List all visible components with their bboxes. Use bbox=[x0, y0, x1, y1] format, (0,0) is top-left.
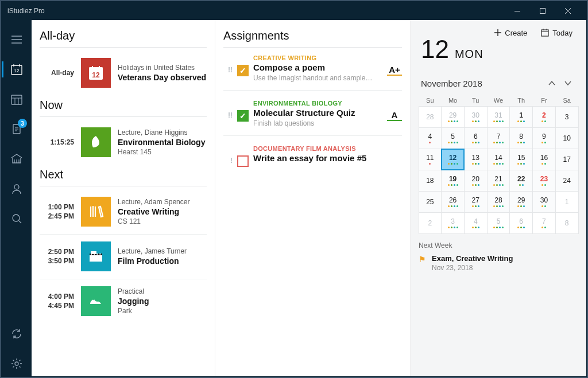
create-button[interactable]: Create bbox=[494, 29, 527, 37]
calendar-day[interactable]: 21 bbox=[487, 170, 510, 192]
today-button[interactable]: Today bbox=[541, 29, 572, 37]
assignment-desc: Finish lab questions bbox=[253, 119, 382, 127]
event-time-label: All-day bbox=[40, 68, 74, 77]
assignment-checkbox[interactable]: ✓ bbox=[237, 65, 249, 76]
calendar-day[interactable]: 12 bbox=[441, 149, 465, 170]
calendar-day[interactable]: 31 bbox=[487, 106, 510, 128]
calendar-day[interactable]: 29 bbox=[509, 191, 533, 213]
calendar-day[interactable]: 8 bbox=[555, 212, 579, 234]
calendar-day[interactable]: 13 bbox=[464, 149, 488, 170]
nav-settings[interactable] bbox=[2, 351, 32, 376]
calendar-day[interactable]: 11 bbox=[419, 149, 442, 170]
close-button[interactable] bbox=[555, 2, 581, 20]
calendar-day[interactable]: 30 bbox=[532, 191, 556, 213]
calendar-day[interactable]: 5 bbox=[487, 212, 510, 234]
calendar-day[interactable]: 18 bbox=[419, 170, 442, 192]
event-location: CS 121 bbox=[118, 217, 207, 225]
maximize-button[interactable] bbox=[530, 2, 555, 20]
svg-rect-11 bbox=[89, 67, 103, 71]
calendar-day[interactable]: 16 bbox=[532, 149, 556, 170]
next-week-item[interactable]: ⚑ Exam, Creative Writing Nov 23, 2018 bbox=[419, 254, 578, 272]
calendar-day[interactable]: 25 bbox=[419, 191, 442, 213]
calendar-day[interactable]: 2 bbox=[532, 106, 556, 128]
calendar-day[interactable]: 29 bbox=[441, 106, 465, 128]
nav-instructors[interactable] bbox=[2, 176, 32, 201]
event-subtitle: Lecture, James Turner bbox=[118, 247, 207, 255]
calendar-day[interactable]: 8 bbox=[509, 127, 533, 149]
nav-sidebar: 12 3 bbox=[2, 20, 32, 376]
calendar-day[interactable]: 26 bbox=[441, 191, 465, 213]
nav-sync[interactable] bbox=[2, 321, 32, 346]
calendar-day[interactable]: 4 bbox=[464, 212, 488, 234]
calendar-day[interactable]: 7 bbox=[532, 212, 556, 234]
weekday-label: Th bbox=[510, 97, 533, 104]
assignment-item[interactable]: !DOCUMENTARY FILM ANALYSISWrite an essay… bbox=[223, 143, 402, 175]
svg-text:12: 12 bbox=[14, 68, 20, 73]
calendar-day[interactable]: 7 bbox=[487, 127, 510, 149]
next-heading: Next bbox=[40, 168, 207, 181]
nav-assignments[interactable]: 3 bbox=[2, 116, 32, 142]
calendar-day[interactable]: 28 bbox=[419, 106, 442, 128]
calendar-day[interactable]: 22 bbox=[509, 170, 533, 192]
event-icon bbox=[81, 241, 111, 271]
assignment-checkbox[interactable]: ✓ bbox=[237, 110, 249, 122]
prev-month-button[interactable] bbox=[544, 76, 560, 90]
next-month-button[interactable] bbox=[560, 76, 576, 90]
next-event[interactable]: 1:00 PM2:45 PMLecture, Adam SpencerCreat… bbox=[40, 191, 207, 233]
svg-rect-0 bbox=[514, 11, 520, 11]
calendar-day[interactable]: 24 bbox=[555, 170, 579, 192]
assignment-item[interactable]: !!✓CREATIVE WRITINGCompose a poemUse the… bbox=[223, 52, 402, 91]
minimize-button[interactable] bbox=[505, 2, 530, 20]
calendar-day[interactable]: 14 bbox=[487, 149, 510, 170]
now-event[interactable]: 1:15:25 Lecture, Diane Higgins Environme… bbox=[40, 122, 207, 163]
svg-rect-4 bbox=[11, 95, 22, 104]
calendar-day[interactable]: 19 bbox=[441, 170, 465, 192]
assignment-course: DOCUMENTARY FILM ANALYSIS bbox=[253, 145, 402, 152]
nav-planner[interactable] bbox=[2, 146, 32, 172]
calendar-day[interactable]: 1 bbox=[555, 191, 579, 213]
assignment-item[interactable]: !!✓ENVIRONMENTAL BIOLOGYMolecular Struct… bbox=[223, 98, 402, 136]
calendar-grid: 2829303112345678910111213141516171819202… bbox=[419, 106, 578, 233]
event-location: Park bbox=[118, 307, 207, 315]
assignment-course: ENVIRONMENTAL BIOLOGY bbox=[253, 100, 382, 107]
allday-event[interactable]: All-day 12 Holidays in United States Vet… bbox=[40, 52, 207, 94]
calendar-day[interactable]: 6 bbox=[464, 127, 488, 149]
next-event[interactable]: 4:00 PM4:45 PMPracticalJoggingPark bbox=[40, 280, 207, 322]
svg-rect-9 bbox=[541, 30, 548, 36]
svg-point-8 bbox=[15, 362, 18, 365]
event-subtitle: Lecture, Diane Higgins bbox=[118, 128, 207, 137]
next-week-section: Next Week ⚑ Exam, Creative Writing Nov 2… bbox=[419, 241, 578, 272]
assignment-title: Write an essay for movie #5 bbox=[253, 153, 402, 163]
calendar-day[interactable]: 4 bbox=[419, 127, 442, 149]
calendar-day[interactable]: 15 bbox=[509, 149, 533, 170]
hamburger-menu[interactable] bbox=[2, 27, 32, 52]
calendar-day[interactable]: 23 bbox=[532, 170, 556, 192]
assignments-heading: Assignments bbox=[223, 29, 402, 42]
calendar-day[interactable]: 10 bbox=[555, 127, 579, 149]
calendar-day[interactable]: 9 bbox=[532, 127, 556, 149]
flag-icon: ⚑ bbox=[419, 254, 426, 264]
calendar-day[interactable]: 3 bbox=[555, 106, 579, 128]
calendar-day[interactable]: 1 bbox=[509, 106, 533, 128]
weekday-label: Tu bbox=[464, 97, 487, 104]
calendar-day[interactable]: 5 bbox=[441, 127, 465, 149]
nav-calendar[interactable] bbox=[2, 87, 32, 112]
calendar-day[interactable]: 17 bbox=[555, 149, 579, 170]
next-week-heading: Next Week bbox=[419, 241, 578, 250]
assignment-checkbox[interactable] bbox=[237, 155, 249, 167]
nav-today[interactable]: 12 bbox=[2, 57, 32, 82]
next-event[interactable]: 2:50 PM3:50 PMLecture, James TurnerFilm … bbox=[40, 236, 207, 278]
calendar-day[interactable]: 2 bbox=[419, 212, 442, 234]
event-title: Veterans Day observed bbox=[118, 73, 207, 82]
calendar-day[interactable]: 30 bbox=[464, 106, 488, 128]
calendar-day[interactable]: 3 bbox=[441, 212, 465, 234]
calendar-day[interactable]: 28 bbox=[487, 191, 510, 213]
svg-point-6 bbox=[14, 185, 19, 189]
now-heading: Now bbox=[40, 99, 207, 112]
titlebar: iStudiez Pro bbox=[2, 2, 586, 20]
calendar-day[interactable]: 6 bbox=[509, 212, 533, 234]
nav-search[interactable] bbox=[2, 206, 32, 231]
calendar-day[interactable]: 20 bbox=[464, 170, 488, 192]
calendar-day[interactable]: 27 bbox=[464, 191, 488, 213]
calendar-day-icon: 12 bbox=[81, 58, 111, 88]
